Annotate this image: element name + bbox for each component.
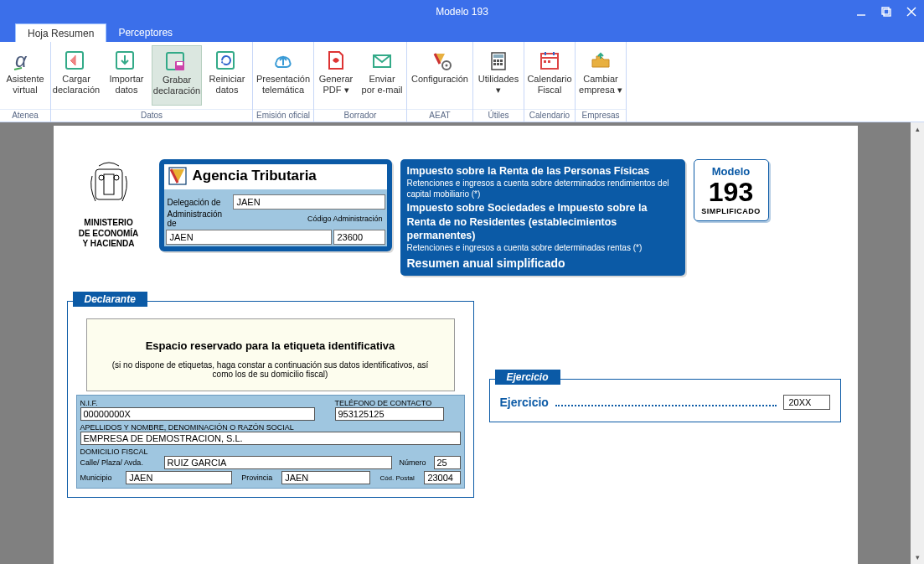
window-title: Modelo 193 <box>436 6 488 18</box>
cambiar-empresa-button[interactable]: Cambiar empresa ▾ <box>576 45 626 106</box>
svg-point-14 <box>446 65 448 67</box>
svg-rect-21 <box>497 63 499 65</box>
declarante-legend: Declarante <box>73 292 147 307</box>
svg-point-30 <box>99 175 104 180</box>
ejercicio-legend: Ejercicio <box>495 370 560 385</box>
tab-perceptores[interactable]: Perceptores <box>106 23 184 42</box>
scroll-up-button[interactable]: ▴ <box>911 122 924 136</box>
delegacion-field[interactable]: JAEN <box>233 194 385 210</box>
group-atenea-label: Atenea <box>0 109 50 122</box>
cp-field[interactable]: 23004 <box>424 471 460 484</box>
scroll-down-button[interactable]: ▾ <box>911 551 924 564</box>
svg-point-31 <box>114 175 119 180</box>
group-calendario-label: Calendario <box>524 109 575 122</box>
group-borrador-label: Borrador <box>314 109 406 122</box>
nif-label: N.I.F. <box>80 399 332 407</box>
tab-hoja-resumen[interactable]: Hoja Resumen <box>15 23 106 42</box>
municipio-field[interactable]: JAEN <box>126 471 232 484</box>
utilidades-button[interactable]: Utilidades ▾ <box>473 45 524 106</box>
razon-field[interactable]: EMPRESA DE DEMOSTRACION, S.L. <box>80 432 461 445</box>
modelo-box: Modelo 193 SIMPLIFICADO <box>694 159 769 221</box>
provincia-field[interactable]: JAEN <box>281 471 370 484</box>
ejercicio-label: Ejercicio <box>500 396 549 409</box>
calle-label: Calle/ Plaza/ Avda. <box>80 458 161 467</box>
svg-rect-16 <box>493 54 503 58</box>
etiqueta-identificativa: Espacio reservado para la etiqueta ident… <box>86 318 455 391</box>
svg-rect-32 <box>104 174 114 194</box>
domicilio-label: DOMICILIO FISCAL <box>80 448 461 456</box>
vertical-scrollbar[interactable]: ▴ ▾ <box>911 122 924 564</box>
calendario-fiscal-button[interactable]: Calendario Fiscal <box>524 45 575 106</box>
svg-rect-27 <box>544 60 546 63</box>
cargar-declaracion-button[interactable]: Cargar declaración <box>51 45 101 106</box>
form-page: MINISTERIODE ECONOMÍAY HACIENDA Agencia … <box>54 126 858 564</box>
ribbon-tabs: Hoja Resumen Perceptores <box>0 23 924 42</box>
cp-label: Cód. Postal <box>374 474 421 482</box>
numero-field[interactable]: 25 <box>434 456 461 469</box>
svg-rect-28 <box>548 60 550 63</box>
svg-rect-29 <box>95 169 122 199</box>
reiniciar-datos-button[interactable]: Reiniciar datos <box>202 45 252 106</box>
minimize-button[interactable] <box>849 0 874 23</box>
codigo-admin-field[interactable]: 23600 <box>333 230 385 245</box>
group-empresas-label: Empresas <box>576 109 626 122</box>
razon-label: APELLIDOS Y NOMBRE, DENOMINACIÓN O RAZÓN… <box>80 423 461 432</box>
presentacion-telematica-button[interactable]: Presentación telemática <box>253 45 313 106</box>
close-button[interactable] <box>899 0 924 23</box>
svg-rect-20 <box>493 63 496 65</box>
svg-rect-2 <box>884 9 890 16</box>
svg-rect-22 <box>500 63 503 65</box>
telefono-field[interactable]: 953125125 <box>335 407 444 421</box>
group-emision-label: Emisión oficial <box>253 109 313 122</box>
generar-pdf-button[interactable]: Generar PDF ▾ <box>314 45 358 106</box>
svg-rect-10 <box>177 62 183 65</box>
ribbon: α Asistente virtual Atenea Cargar declar… <box>0 42 924 122</box>
ejercicio-fieldset: Ejercicio Ejercicio 20XX <box>489 379 841 422</box>
telefono-label: TELÉFONO DE CONTACTO <box>335 399 461 407</box>
delegacion-label: Delegación de <box>166 194 233 210</box>
agencia-box: Agencia Tributaria Delegación de JAEN Ad… <box>159 159 392 251</box>
ejercicio-field[interactable]: 20XX <box>783 395 830 410</box>
title-bar: Modelo 193 <box>0 0 924 23</box>
workspace: MINISTERIODE ECONOMÍAY HACIENDA Agencia … <box>0 122 911 564</box>
impuesto-box: Impuesto sobre la Renta de las Personas … <box>400 159 685 276</box>
svg-rect-19 <box>500 60 503 62</box>
nif-field[interactable]: 00000000X <box>80 407 315 421</box>
svg-rect-18 <box>497 60 499 62</box>
importar-datos-button[interactable]: Importar datos <box>101 45 152 106</box>
maximize-button[interactable] <box>874 0 899 23</box>
codigo-admin-label: Código Administración <box>305 215 385 223</box>
aeat-logo-icon <box>168 166 188 186</box>
ejercicio-dots <box>555 398 777 406</box>
agencia-title: Agencia Tributaria <box>164 164 387 189</box>
grabar-declaracion-button[interactable]: Grabar declaración <box>152 45 202 106</box>
administracion-label: Administración de <box>166 211 233 226</box>
provincia-label: Provincia <box>235 473 278 482</box>
group-datos-label: Datos <box>51 109 252 122</box>
group-utiles-label: Útiles <box>473 109 524 122</box>
asistente-virtual-button[interactable]: α Asistente virtual <box>0 45 50 106</box>
numero-label: Número <box>395 458 431 467</box>
ministerio-label: MINISTERIODE ECONOMÍAY HACIENDA <box>67 218 151 250</box>
administracion-field[interactable]: JAEN <box>166 230 332 245</box>
enviar-email-button[interactable]: Enviar por e-mail <box>358 45 406 106</box>
calle-field[interactable]: RUIZ GARCIA <box>164 456 392 469</box>
coat-of-arms: MINISTERIODE ECONOMÍAY HACIENDA <box>67 159 151 250</box>
municipio-label: Municipio <box>80 473 123 482</box>
svg-rect-17 <box>493 60 496 62</box>
declarante-fieldset: Declarante Espacio reservado para la eti… <box>67 301 474 498</box>
scroll-track[interactable] <box>911 136 924 551</box>
configuracion-button[interactable]: Configuración <box>407 45 472 106</box>
group-aeat-label: AEAT <box>407 109 472 122</box>
svg-rect-1 <box>882 8 889 14</box>
